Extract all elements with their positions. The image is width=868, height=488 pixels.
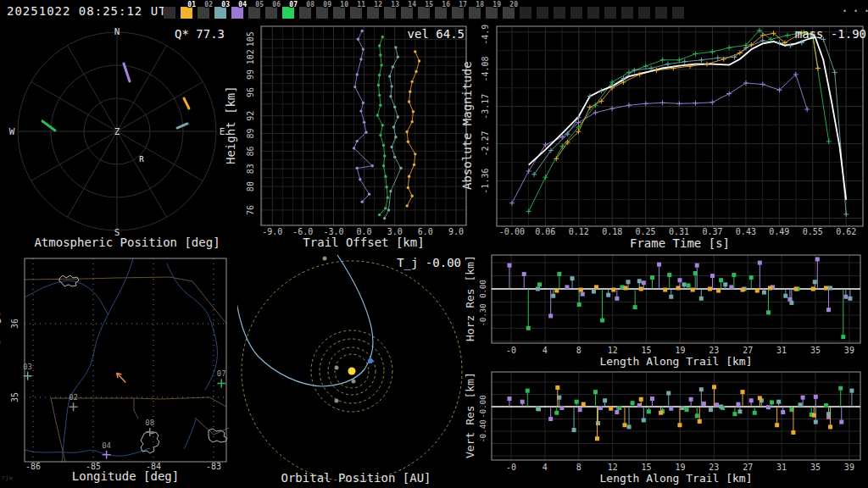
svg-text:96: 96 bbox=[246, 87, 255, 97]
station-box-09[interactable]: 09 bbox=[316, 7, 328, 19]
svg-text:0.18: 0.18 bbox=[602, 227, 622, 236]
station-box-06[interactable]: 06 bbox=[265, 7, 277, 19]
svg-text:-4.98: -4.98 bbox=[481, 24, 490, 45]
station-number: 07 bbox=[289, 1, 298, 8]
urban-outlines bbox=[59, 275, 227, 453]
station-box[interactable] bbox=[537, 7, 548, 19]
station-box-17[interactable]: 17 bbox=[452, 7, 464, 19]
state-borders bbox=[25, 277, 229, 463]
station-number: 09 bbox=[323, 1, 331, 8]
trail-plot-svg: 7680838689929699102105-9.0-6.0-3.00.03.0… bbox=[237, 24, 475, 252]
station-box[interactable] bbox=[604, 7, 616, 19]
svg-text:80: 80 bbox=[246, 181, 255, 191]
magnitude-plot-svg: -0.000.060.120.180.250.310.370.430.490.5… bbox=[475, 24, 868, 252]
svg-text:0.25: 0.25 bbox=[636, 227, 656, 236]
svg-text:W: W bbox=[9, 126, 15, 137]
svg-text:15: 15 bbox=[642, 346, 652, 355]
overflow-menu[interactable]: ... bbox=[841, 0, 868, 15]
station-number: 15 bbox=[425, 1, 433, 8]
residuals-panel: 0.00-0.30-0481215192327313539-0.00-0.40-… bbox=[475, 252, 868, 488]
station-box-01[interactable]: 01 bbox=[181, 7, 192, 19]
svg-text:4: 4 bbox=[542, 346, 548, 355]
watermark: rjw bbox=[2, 474, 13, 481]
svg-text:12: 12 bbox=[608, 346, 618, 355]
svg-text:99: 99 bbox=[246, 69, 255, 80]
station-box-14[interactable]: 14 bbox=[401, 7, 413, 19]
svg-text:23: 23 bbox=[709, 346, 719, 355]
height-axis-label: Height [km] bbox=[224, 86, 238, 164]
trail-offset-panel: 7680838689929699102105-9.0-6.0-3.00.03.0… bbox=[237, 24, 475, 252]
station-box-03[interactable]: 03 bbox=[214, 7, 226, 19]
station-box[interactable] bbox=[520, 7, 531, 19]
station-box-18[interactable]: 18 bbox=[469, 7, 481, 19]
q-value-label: Q* 77.3 bbox=[175, 27, 225, 41]
station-box[interactable] bbox=[164, 7, 175, 19]
polar-plot-svg: NSEWZR bbox=[0, 24, 254, 252]
svg-text:N: N bbox=[114, 26, 120, 37]
atmospheric-title: Atmospheric Position [deg] bbox=[0, 236, 254, 249]
svg-text:0.43: 0.43 bbox=[736, 227, 756, 236]
orbital-position-title: Orbital Position [AU] bbox=[237, 471, 475, 485]
station-box[interactable] bbox=[587, 7, 599, 19]
svg-text:19: 19 bbox=[675, 346, 685, 355]
svg-text:36: 36 bbox=[10, 319, 19, 329]
svg-text:89: 89 bbox=[246, 129, 255, 139]
station-box[interactable] bbox=[655, 7, 667, 19]
svg-text:12: 12 bbox=[608, 463, 618, 472]
station-number: 01 bbox=[187, 1, 196, 8]
svg-text:-2.27: -2.27 bbox=[481, 130, 490, 156]
station-box[interactable] bbox=[672, 7, 684, 19]
station-box-05[interactable]: 05 bbox=[248, 7, 260, 19]
vert-res-axis-label: Vert Res [km] bbox=[464, 372, 477, 458]
svg-text:8: 8 bbox=[576, 463, 581, 472]
station-box-13[interactable]: 13 bbox=[384, 7, 396, 19]
station-number: 14 bbox=[408, 1, 416, 8]
station-box-02[interactable]: 02 bbox=[198, 7, 209, 19]
station-box[interactable] bbox=[570, 7, 582, 19]
station-number: 19 bbox=[492, 1, 501, 8]
station-box[interactable] bbox=[638, 7, 650, 19]
mass-label: mass -1.90 bbox=[795, 27, 866, 41]
station-box-08[interactable]: 08 bbox=[299, 7, 311, 19]
map-svg: -86-85-84-8335360302040807 bbox=[0, 252, 237, 488]
station-box[interactable] bbox=[554, 7, 565, 19]
svg-text:0.06: 0.06 bbox=[535, 227, 555, 236]
station-number: 16 bbox=[442, 1, 450, 8]
station-box-12[interactable]: 12 bbox=[367, 7, 379, 19]
svg-text:31: 31 bbox=[776, 463, 787, 472]
station-number: 03 bbox=[221, 1, 230, 8]
svg-text:39: 39 bbox=[844, 463, 854, 472]
station-box-07[interactable]: 07 bbox=[282, 7, 294, 19]
station-box-20[interactable]: 20 bbox=[503, 7, 515, 19]
svg-text:31: 31 bbox=[776, 346, 787, 355]
svg-text:07: 07 bbox=[217, 369, 226, 378]
svg-text:-0.40: -0.40 bbox=[479, 419, 487, 442]
station-box-04[interactable]: 04 bbox=[231, 7, 243, 19]
svg-text:0.31: 0.31 bbox=[669, 227, 689, 236]
station-number: 18 bbox=[476, 1, 484, 8]
velocity-label: vel 64.5 bbox=[408, 27, 465, 41]
orbit-plot-svg bbox=[237, 252, 475, 488]
svg-text:92: 92 bbox=[246, 111, 255, 121]
latitude-axis-label: Latitude [deg] bbox=[0, 310, 2, 410]
svg-text:03: 03 bbox=[23, 363, 32, 371]
magnitude-axis-label: Absolute Magnitude bbox=[460, 61, 475, 190]
svg-text:-0: -0 bbox=[506, 346, 516, 355]
svg-text:83: 83 bbox=[246, 164, 255, 174]
station-box-15[interactable]: 15 bbox=[418, 7, 430, 19]
svg-text:27: 27 bbox=[743, 463, 753, 472]
station-list: 0102030405060708091011121314151617181920 bbox=[0, 0, 868, 23]
station-box-11[interactable]: 11 bbox=[350, 7, 362, 19]
svg-text:19: 19 bbox=[675, 463, 685, 472]
station-box-10[interactable]: 10 bbox=[333, 7, 345, 19]
svg-text:0.00: 0.00 bbox=[479, 280, 487, 298]
station-box-16[interactable]: 16 bbox=[435, 7, 447, 19]
length-axis-label-horz: Length Along Trail [km] bbox=[492, 355, 860, 368]
svg-text:15: 15 bbox=[642, 463, 652, 472]
station-box-19[interactable]: 19 bbox=[486, 7, 498, 19]
svg-text:-3.17: -3.17 bbox=[481, 94, 490, 119]
residuals-plot-svg: 0.00-0.30-0481215192327313539-0.00-0.40-… bbox=[475, 252, 868, 488]
tisserand-label: T_j -0.00 bbox=[397, 256, 461, 269]
station-box[interactable] bbox=[621, 7, 633, 19]
svg-text:35: 35 bbox=[10, 392, 19, 402]
